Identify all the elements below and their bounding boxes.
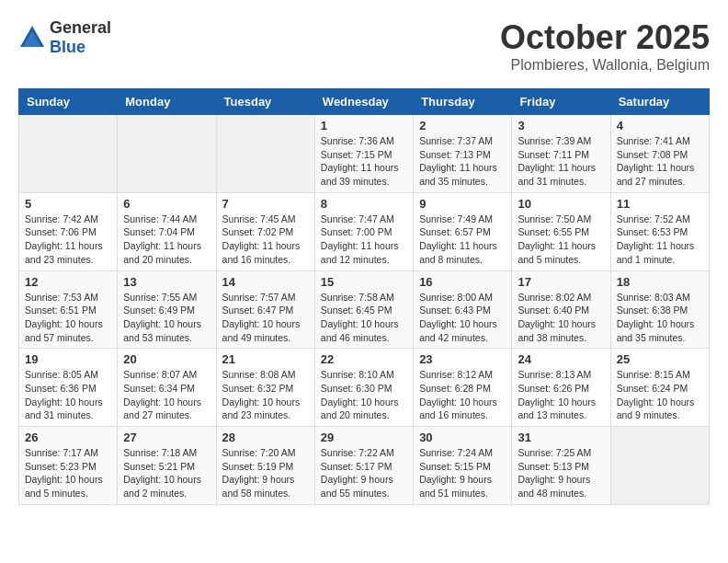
day-info: Sunrise: 7:39 AMSunset: 7:11 PMDaylight:… [518, 134, 604, 189]
day-number: 23 [419, 352, 506, 366]
calendar-cell: 19Sunrise: 8:05 AMSunset: 6:36 PMDayligh… [19, 349, 118, 427]
day-number: 4 [617, 119, 703, 132]
day-number: 1 [321, 119, 407, 132]
calendar-cell: 11Sunrise: 7:52 AMSunset: 6:53 PMDayligh… [610, 192, 709, 270]
weekday-header-tuesday: Tuesday [216, 89, 314, 115]
day-number: 19 [25, 352, 111, 366]
calendar-cell: 15Sunrise: 7:58 AMSunset: 6:45 PMDayligh… [314, 270, 413, 349]
page-header: General Blue October 2025 Plombieres, Wa… [18, 18, 710, 74]
day-info: Sunrise: 7:22 AMSunset: 5:17 PMDaylight:… [321, 446, 407, 500]
calendar-cell: 25Sunrise: 8:15 AMSunset: 6:24 PMDayligh… [610, 349, 709, 427]
day-info: Sunrise: 7:45 AMSunset: 7:02 PMDaylight:… [222, 213, 309, 267]
weekday-row: SundayMondayTuesdayWednesdayThursdayFrid… [19, 89, 710, 115]
calendar-cell: 13Sunrise: 7:55 AMSunset: 6:49 PMDayligh… [118, 270, 216, 349]
calendar-cell [118, 115, 216, 193]
day-info: Sunrise: 8:13 AMSunset: 6:26 PMDaylight:… [518, 368, 604, 422]
calendar-cell: 3Sunrise: 7:39 AMSunset: 7:11 PMDaylight… [512, 115, 610, 193]
day-info: Sunrise: 7:42 AMSunset: 7:06 PMDaylight:… [25, 213, 111, 267]
day-number: 6 [123, 197, 210, 211]
logo-general: General [50, 18, 111, 37]
day-info: Sunrise: 7:53 AMSunset: 6:51 PMDaylight:… [25, 291, 111, 345]
weekday-header-saturday: Saturday [610, 89, 709, 115]
calendar-week-5: 26Sunrise: 7:17 AMSunset: 5:23 PMDayligh… [19, 427, 710, 505]
location: Plombieres, Wallonia, Belgium [500, 57, 710, 74]
day-number: 15 [321, 275, 407, 289]
calendar-cell: 23Sunrise: 8:12 AMSunset: 6:28 PMDayligh… [414, 349, 512, 427]
day-info: Sunrise: 7:25 AMSunset: 5:13 PMDaylight:… [518, 446, 604, 500]
day-info: Sunrise: 8:08 AMSunset: 6:32 PMDaylight:… [222, 368, 309, 422]
day-info: Sunrise: 7:49 AMSunset: 6:57 PMDaylight:… [419, 213, 506, 267]
calendar-cell: 31Sunrise: 7:25 AMSunset: 5:13 PMDayligh… [512, 427, 610, 505]
day-number: 14 [222, 275, 309, 289]
calendar-cell: 4Sunrise: 7:41 AMSunset: 7:08 PMDaylight… [610, 115, 709, 193]
calendar-week-2: 5Sunrise: 7:42 AMSunset: 7:06 PMDaylight… [19, 192, 710, 270]
day-info: Sunrise: 7:57 AMSunset: 6:47 PMDaylight:… [222, 291, 309, 345]
calendar-cell: 30Sunrise: 7:24 AMSunset: 5:15 PMDayligh… [414, 427, 512, 505]
weekday-header-thursday: Thursday [414, 89, 512, 115]
calendar-week-3: 12Sunrise: 7:53 AMSunset: 6:51 PMDayligh… [19, 270, 710, 349]
day-number: 22 [321, 352, 407, 366]
day-number: 30 [419, 431, 506, 444]
day-info: Sunrise: 7:47 AMSunset: 7:00 PMDaylight:… [321, 213, 407, 267]
calendar-cell: 2Sunrise: 7:37 AMSunset: 7:13 PMDaylight… [414, 115, 512, 193]
day-number: 16 [419, 275, 506, 289]
calendar-header: SundayMondayTuesdayWednesdayThursdayFrid… [19, 89, 710, 115]
calendar-cell: 9Sunrise: 7:49 AMSunset: 6:57 PMDaylight… [414, 192, 512, 270]
day-info: Sunrise: 8:05 AMSunset: 6:36 PMDaylight:… [25, 368, 111, 422]
month-title: October 2025 [500, 18, 710, 57]
day-number: 2 [419, 119, 506, 132]
day-info: Sunrise: 7:55 AMSunset: 6:49 PMDaylight:… [123, 291, 210, 345]
day-number: 27 [123, 431, 210, 444]
calendar-cell: 5Sunrise: 7:42 AMSunset: 7:06 PMDaylight… [19, 192, 118, 270]
day-info: Sunrise: 7:58 AMSunset: 6:45 PMDaylight:… [321, 291, 407, 345]
weekday-header-monday: Monday [118, 89, 216, 115]
day-number: 3 [518, 119, 604, 132]
logo-blue: Blue [50, 38, 85, 56]
calendar-cell: 1Sunrise: 7:36 AMSunset: 7:15 PMDaylight… [314, 115, 413, 193]
day-number: 18 [617, 275, 703, 289]
day-number: 24 [518, 352, 604, 366]
calendar-cell: 16Sunrise: 8:00 AMSunset: 6:43 PMDayligh… [414, 270, 512, 349]
day-number: 26 [25, 431, 111, 444]
day-info: Sunrise: 7:52 AMSunset: 6:53 PMDaylight:… [617, 213, 703, 267]
calendar-cell: 14Sunrise: 7:57 AMSunset: 6:47 PMDayligh… [216, 270, 314, 349]
calendar-week-4: 19Sunrise: 8:05 AMSunset: 6:36 PMDayligh… [19, 349, 710, 427]
calendar-cell: 12Sunrise: 7:53 AMSunset: 6:51 PMDayligh… [19, 270, 118, 349]
day-number: 5 [25, 197, 111, 211]
day-info: Sunrise: 8:12 AMSunset: 6:28 PMDaylight:… [419, 368, 506, 422]
calendar-cell: 29Sunrise: 7:22 AMSunset: 5:17 PMDayligh… [314, 427, 413, 505]
day-number: 31 [518, 431, 604, 444]
day-info: Sunrise: 7:18 AMSunset: 5:21 PMDaylight:… [123, 446, 210, 500]
calendar: SundayMondayTuesdayWednesdayThursdayFrid… [18, 88, 710, 505]
calendar-cell [19, 115, 118, 193]
calendar-cell [610, 427, 709, 505]
calendar-cell: 24Sunrise: 8:13 AMSunset: 6:26 PMDayligh… [512, 349, 610, 427]
day-info: Sunrise: 7:17 AMSunset: 5:23 PMDaylight:… [25, 446, 111, 500]
day-info: Sunrise: 8:07 AMSunset: 6:34 PMDaylight:… [123, 368, 210, 422]
weekday-header-sunday: Sunday [19, 89, 118, 115]
day-number: 25 [617, 352, 703, 366]
calendar-cell: 8Sunrise: 7:47 AMSunset: 7:00 PMDaylight… [314, 192, 413, 270]
day-info: Sunrise: 7:36 AMSunset: 7:15 PMDaylight:… [321, 134, 407, 189]
day-number: 7 [222, 197, 309, 211]
calendar-body: 1Sunrise: 7:36 AMSunset: 7:15 PMDaylight… [19, 115, 710, 505]
day-number: 13 [123, 275, 210, 289]
day-info: Sunrise: 8:10 AMSunset: 6:30 PMDaylight:… [321, 368, 407, 422]
day-number: 11 [617, 197, 703, 211]
calendar-cell: 20Sunrise: 8:07 AMSunset: 6:34 PMDayligh… [118, 349, 216, 427]
calendar-cell: 7Sunrise: 7:45 AMSunset: 7:02 PMDaylight… [216, 192, 314, 270]
calendar-cell: 17Sunrise: 8:02 AMSunset: 6:40 PMDayligh… [512, 270, 610, 349]
logo-text: General Blue [50, 18, 111, 57]
day-number: 8 [321, 197, 407, 211]
day-info: Sunrise: 7:37 AMSunset: 7:13 PMDaylight:… [419, 134, 506, 189]
calendar-cell: 18Sunrise: 8:03 AMSunset: 6:38 PMDayligh… [610, 270, 709, 349]
weekday-header-wednesday: Wednesday [314, 89, 413, 115]
calendar-cell: 26Sunrise: 7:17 AMSunset: 5:23 PMDayligh… [19, 427, 118, 505]
calendar-cell: 27Sunrise: 7:18 AMSunset: 5:21 PMDayligh… [118, 427, 216, 505]
day-number: 9 [419, 197, 506, 211]
day-info: Sunrise: 8:15 AMSunset: 6:24 PMDaylight:… [617, 368, 703, 422]
title-area: October 2025 Plombieres, Wallonia, Belgi… [500, 18, 710, 74]
calendar-cell: 21Sunrise: 8:08 AMSunset: 6:32 PMDayligh… [216, 349, 314, 427]
day-number: 21 [222, 352, 309, 366]
day-number: 29 [321, 431, 407, 444]
